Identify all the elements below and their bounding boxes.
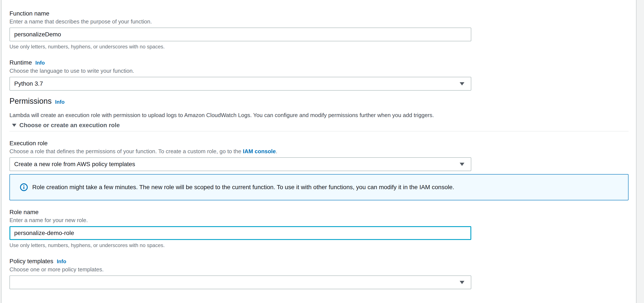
expander-caret-icon <box>12 124 16 127</box>
execution-role-label: Execution role <box>10 140 628 147</box>
runtime-info-link[interactable]: Info <box>35 59 45 67</box>
execution-role-select[interactable]: Create a new role from AWS policy templa… <box>10 157 471 171</box>
chevron-down-icon <box>460 82 464 85</box>
execution-role-selected-value: Create a new role from AWS policy templa… <box>14 161 135 168</box>
expander-label: Choose or create an execution role <box>19 122 120 129</box>
execution-role-desc-suffix: . <box>276 148 277 155</box>
permissions-heading: Permissions Info <box>10 97 628 107</box>
runtime-select[interactable]: Python 3.7 <box>10 77 471 91</box>
chevron-down-icon <box>460 163 464 166</box>
runtime-label: Runtime Info <box>10 59 628 67</box>
permissions-info-link[interactable]: Info <box>55 98 64 107</box>
role-name-help: Use only letters, numbers, hyphens, or u… <box>10 242 628 248</box>
permissions-description: Lambda will create an execution role wit… <box>10 112 628 119</box>
section-divider <box>10 131 628 132</box>
chevron-down-icon <box>460 281 464 284</box>
permissions-heading-text: Permissions <box>10 97 52 106</box>
iam-console-link[interactable]: IAM console <box>243 148 276 155</box>
function-name-input[interactable] <box>10 28 471 41</box>
role-name-label-text: Role name <box>10 208 38 216</box>
role-name-description: Enter a name for your new role. <box>10 217 628 224</box>
role-name-field: Role name Enter a name for your new role… <box>10 208 628 248</box>
role-name-label: Role name <box>10 208 628 216</box>
execution-role-field: Execution role Choose a role that define… <box>10 140 628 171</box>
role-name-input[interactable] <box>10 226 471 240</box>
function-name-label: Function name <box>10 10 628 17</box>
role-creation-info-alert: Role creation might take a few minutes. … <box>10 174 628 200</box>
execution-role-expander[interactable]: Choose or create an execution role <box>10 122 628 129</box>
policy-templates-label-text: Policy templates <box>10 258 53 265</box>
info-circle-icon <box>20 183 28 191</box>
policy-templates-field: Policy templates Info Choose one or more… <box>10 258 628 289</box>
function-name-description: Enter a name that describes the purpose … <box>10 18 628 25</box>
policy-templates-info-link[interactable]: Info <box>57 258 66 265</box>
runtime-label-text: Runtime <box>10 59 32 66</box>
execution-role-desc-prefix: Choose a role that defines the permissio… <box>10 148 243 155</box>
function-name-field: Function name Enter a name that describe… <box>10 10 628 50</box>
policy-templates-label: Policy templates Info <box>10 258 628 265</box>
policy-templates-description: Choose one or more policy templates. <box>10 266 628 273</box>
execution-role-label-text: Execution role <box>10 140 48 147</box>
execution-role-description: Choose a role that defines the permissio… <box>10 148 628 155</box>
runtime-selected-value: Python 3.7 <box>14 80 43 87</box>
runtime-field: Runtime Info Choose the language to use … <box>10 59 628 91</box>
function-name-label-text: Function name <box>10 10 49 17</box>
policy-templates-select[interactable] <box>10 275 471 289</box>
function-name-help: Use only letters, numbers, hyphens, or u… <box>10 44 628 50</box>
runtime-description: Choose the language to use to write your… <box>10 67 628 74</box>
create-function-panel: Function name Enter a name that describe… <box>1 0 636 303</box>
alert-text: Role creation might take a few minutes. … <box>32 184 454 191</box>
